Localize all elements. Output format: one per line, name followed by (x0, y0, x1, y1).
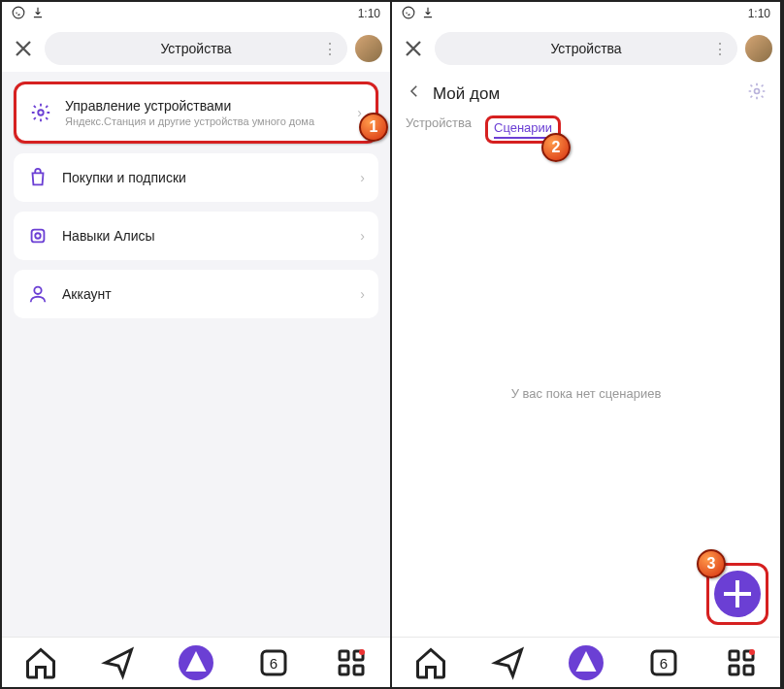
svg-text:6: 6 (270, 655, 278, 672)
header-title-text: Устройства (160, 41, 231, 56)
list-item-purchases[interactable]: Покупки и подписки › (14, 153, 378, 202)
bottom-nav: 6 (392, 637, 780, 687)
user-icon (27, 283, 49, 305)
header-title-text: Устройства (550, 41, 621, 56)
status-bar: 1:10 (2, 2, 390, 25)
item-title: Покупки и подписки (62, 170, 360, 185)
svg-point-12 (755, 89, 760, 94)
svg-rect-17 (730, 666, 738, 674)
item-title: Управление устройствами (65, 98, 357, 114)
download-icon (421, 6, 435, 22)
card: Покупки и подписки › (14, 153, 378, 202)
home-title: Мой дом (433, 84, 737, 104)
status-bar: 1:10 (392, 2, 780, 25)
chevron-right-icon: › (360, 228, 365, 244)
back-button[interactable] (406, 82, 423, 105)
tabs: Устройства Сценарии 2 (406, 115, 767, 144)
content: Управление устройствами Яндекс.Станция и… (2, 72, 390, 637)
svg-point-3 (35, 233, 41, 239)
whatsapp-icon (402, 6, 415, 22)
nav-tabs[interactable]: 6 (646, 645, 681, 680)
phone-right: 1:10 Устройства ⋮ Мой дом Устройства Сце… (392, 2, 782, 687)
svg-rect-9 (340, 666, 348, 674)
status-time: 1:10 (748, 7, 770, 20)
more-icon[interactable]: ⋮ (322, 40, 338, 58)
bag-icon (27, 167, 49, 188)
chevron-right-icon: › (360, 286, 365, 302)
whatsapp-icon (12, 6, 25, 22)
svg-text:6: 6 (660, 655, 668, 672)
nav-apps[interactable] (334, 645, 369, 680)
add-fab[interactable] (714, 571, 761, 617)
marker-3: 3 (697, 549, 726, 578)
svg-point-0 (13, 7, 24, 18)
svg-point-1 (38, 110, 44, 115)
notification-dot (749, 649, 755, 655)
close-button[interactable] (400, 35, 427, 62)
item-title: Навыки Алисы (62, 228, 360, 244)
header-title[interactable]: Устройства ⋮ (45, 32, 347, 65)
subheader: Мой дом Устройства Сценарии 2 (392, 72, 780, 144)
skills-icon (27, 225, 49, 246)
svg-point-4 (34, 287, 41, 294)
tab-devices[interactable]: Устройства (406, 115, 472, 144)
tab-scenarios[interactable]: Сценарии (494, 120, 552, 139)
status-time: 1:10 (358, 7, 380, 20)
nav-send[interactable] (101, 645, 136, 680)
nav-tabs[interactable]: 6 (256, 645, 291, 680)
list-item-device-management[interactable]: Управление устройствами Яндекс.Станция и… (16, 84, 376, 141)
item-subtitle: Яндекс.Станция и другие устройства умног… (65, 115, 357, 127)
gear-icon (30, 102, 51, 123)
device-management-card: Управление устройствами Яндекс.Станция и… (14, 82, 378, 144)
header: Устройства ⋮ (2, 25, 390, 72)
chevron-right-icon: › (360, 170, 365, 185)
nav-home[interactable] (413, 645, 448, 680)
avatar[interactable] (745, 35, 772, 62)
nav-send[interactable] (491, 645, 526, 680)
svg-rect-18 (744, 666, 753, 674)
svg-rect-2 (32, 230, 45, 243)
download-icon (31, 6, 45, 22)
card: Аккаунт › (14, 270, 378, 318)
close-button[interactable] (10, 35, 37, 62)
header-title[interactable]: Устройства ⋮ (435, 32, 737, 65)
avatar[interactable] (355, 35, 382, 62)
svg-rect-10 (354, 666, 363, 674)
marker-1: 1 (359, 113, 388, 142)
list-item-alice-skills[interactable]: Навыки Алисы › (14, 212, 378, 260)
empty-state-text: У вас пока нет сценариев (404, 386, 768, 401)
bottom-nav: 6 (2, 637, 390, 687)
svg-rect-15 (730, 651, 738, 660)
phone-left: 1:10 Устройства ⋮ Управление устройствам… (2, 2, 392, 687)
more-icon[interactable]: ⋮ (712, 40, 728, 58)
nav-home[interactable] (23, 645, 58, 680)
content: У вас пока нет сценариев 3 (392, 144, 780, 637)
nav-alice[interactable] (569, 645, 604, 680)
marker-2: 2 (541, 133, 571, 162)
card: Навыки Алисы › (14, 212, 378, 260)
nav-alice[interactable] (179, 645, 213, 680)
nav-apps[interactable] (724, 645, 759, 680)
item-title: Аккаунт (62, 286, 360, 302)
svg-rect-7 (340, 651, 348, 660)
header: Устройства ⋮ (392, 25, 780, 72)
list-item-account[interactable]: Аккаунт › (14, 270, 378, 318)
svg-point-11 (403, 7, 414, 18)
notification-dot (359, 649, 365, 655)
settings-icon[interactable] (747, 82, 767, 106)
